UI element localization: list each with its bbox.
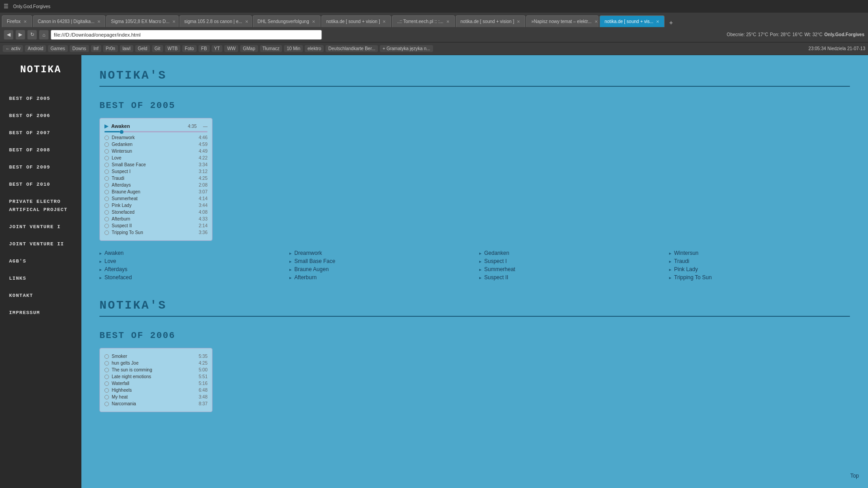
col-awaken[interactable]: Awaken xyxy=(99,250,280,256)
col-love[interactable]: Love xyxy=(99,258,280,264)
track-item-myheat[interactable]: My heat 3:48 xyxy=(104,394,208,400)
sidebar-item-kontakt[interactable]: Kontakt xyxy=(0,286,81,303)
tab-dhl[interactable]: DHL Sendungsverfolgung✕ xyxy=(253,15,321,27)
bookmark-foto[interactable]: Foto xyxy=(182,45,197,52)
tab-sigma2[interactable]: sigma 105 2.8 os canon | e...✕ xyxy=(179,15,252,27)
bookmark-fb[interactable]: FB xyxy=(198,45,210,52)
col-brauneaugen[interactable]: Braune Augen xyxy=(289,266,470,272)
player-time: 4:35 xyxy=(188,124,197,129)
bookmark-games[interactable]: Games xyxy=(48,45,68,52)
bookmark-git[interactable]: Git xyxy=(152,45,163,52)
tab-firefox[interactable]: Firefox✕ xyxy=(2,15,32,27)
tab-notika2[interactable]: notika.de [ sound + vision ]✕ xyxy=(456,15,526,27)
col-trippingtosun[interactable]: Tripping To Sun xyxy=(669,274,850,281)
col-dreamwork[interactable]: Dreamwork xyxy=(289,250,470,256)
col-gedanken[interactable]: Gedanken xyxy=(479,250,660,256)
track-item-trippingtosun[interactable]: Tripping To Sun 3:36 xyxy=(104,229,208,236)
sidebar-item-peap[interactable]: Private Electro Artifical Project xyxy=(0,192,81,217)
bookmark-gramatyka[interactable]: + Gramatyka języka n... xyxy=(380,45,433,52)
tab-canon[interactable]: Canon in 64283 | Digitalka...✕ xyxy=(33,15,105,27)
sidebar-item-links[interactable]: Links xyxy=(0,269,81,286)
tab-torrent[interactable]: ..:: Torrent.eech.pl :: :...✕ xyxy=(392,15,454,27)
bookmark-deutschlandkarte[interactable]: Deutschlandkarte Ber... xyxy=(326,45,378,52)
bookmark-android[interactable]: Android xyxy=(25,45,46,52)
track-item-latenight[interactable]: Late night emotions 5:51 xyxy=(104,373,208,380)
bookmark-yt[interactable]: YT xyxy=(212,45,223,52)
address-bar[interactable] xyxy=(51,30,322,40)
sidebar-item-agbs[interactable]: AGB's xyxy=(0,252,81,269)
play-icon[interactable]: ▶ xyxy=(104,123,108,129)
sidebar-item-jv2[interactable]: Joint Venture II xyxy=(0,235,81,252)
col-afterburn[interactable]: Afterburn xyxy=(289,274,470,281)
browser-titlebar: ☰ Only.God.Forgives xyxy=(0,0,868,13)
track-item-afterdays[interactable]: Afterdays 2:08 xyxy=(104,182,208,188)
bookmark-downs[interactable]: Downs xyxy=(70,45,89,52)
col-pinklady[interactable]: Pink Lady xyxy=(669,266,850,272)
tab-notika1[interactable]: notika.de [ sound + vision ]✕ xyxy=(321,15,392,27)
track-item-pinklady[interactable]: Pink Lady 3:44 xyxy=(104,202,208,209)
track-item-waterfall[interactable]: Waterfall 5:16 xyxy=(104,380,208,387)
track-item-highheels[interactable]: Highheels 6:48 xyxy=(104,387,208,394)
track-item-suspect2[interactable]: Suspect II 2:14 xyxy=(104,222,208,229)
col-traudi[interactable]: Traudi xyxy=(669,258,850,264)
sidebar-item-best2005[interactable]: Best of 2005 xyxy=(0,89,81,106)
track-item-smoker[interactable]: Smoker 5:35 xyxy=(104,353,208,360)
bookmark-geld[interactable]: Geld xyxy=(135,45,150,52)
bookmark-gmap[interactable]: GMap xyxy=(240,45,258,52)
refresh-button[interactable]: ↻ xyxy=(27,30,37,40)
torrent-label: Only.God.Forgives xyxy=(824,32,864,37)
track-item-afterburn[interactable]: Afterburn 4:33 xyxy=(104,216,208,222)
track-circle-afterdays xyxy=(104,183,109,188)
tab-napisz[interactable]: »Napisz nowy temat – elektr...✕ xyxy=(526,15,599,27)
track-item-suspect1[interactable]: Suspect I 3:12 xyxy=(104,168,208,175)
title-divider-main xyxy=(99,86,850,87)
bookmark-pr0n[interactable]: Pr0n xyxy=(103,45,118,52)
track-item-traudi[interactable]: Traudi 4:25 xyxy=(104,175,208,182)
tab-notika-active[interactable]: notika.de [ sound + vis...✕ xyxy=(599,15,665,27)
track-item-narcomania[interactable]: Narcomania 8:37 xyxy=(104,400,208,407)
col-wintersun[interactable]: Wintersun xyxy=(669,250,850,256)
bookmark-elektro[interactable]: elektro xyxy=(305,45,324,52)
bookmark-lawl[interactable]: lawI xyxy=(120,45,133,52)
bookmark-inf[interactable]: Inf xyxy=(91,45,101,52)
sidebar-item-best2010[interactable]: Best of 2010 xyxy=(0,175,81,192)
tab-sigma1[interactable]: Sigma 105/2,8 EX Macro D...✕ xyxy=(106,15,179,27)
track-item-hungelts[interactable]: hun gelts Joe 4:25 xyxy=(104,360,208,366)
bookmark-wtb[interactable]: WTB xyxy=(165,45,180,52)
top-link[interactable]: Top xyxy=(850,473,859,479)
browser-menu[interactable]: ☰ xyxy=(4,3,9,9)
player-progress-bar[interactable] xyxy=(104,131,208,132)
col-smallbaseface[interactable]: Small Base Face xyxy=(289,258,470,264)
bookmark-10min[interactable]: 10 Min xyxy=(284,45,303,52)
bookmark-tlumacz[interactable]: Tłumacz xyxy=(260,45,283,52)
track-item-gedanken[interactable]: Gedanken 4:59 xyxy=(104,141,208,148)
sidebar-item-best2008[interactable]: Best of 2008 xyxy=(0,141,81,158)
bookmark-ww[interactable]: WW xyxy=(224,45,238,52)
track-item-suncomming[interactable]: The sun is comming 5:00 xyxy=(104,366,208,373)
col-suspect1[interactable]: Suspect I xyxy=(479,258,660,264)
track-item-wintersun[interactable]: Wintersun 4:49 xyxy=(104,148,208,155)
track-item-smallbaseface[interactable]: Small Base Face 3:34 xyxy=(104,161,208,168)
col-stonefaced[interactable]: Stonefaced xyxy=(99,274,280,281)
col-afterdays[interactable]: Afterdays xyxy=(99,266,280,272)
col-suspect2[interactable]: Suspect II xyxy=(479,274,660,281)
back-button[interactable]: ◀ xyxy=(4,30,14,40)
forward-button[interactable]: ▶ xyxy=(15,30,25,40)
new-tab-button[interactable]: + xyxy=(665,18,676,27)
col-summerheat[interactable]: Summerheat xyxy=(479,266,660,272)
page-wrapper: NOTIKA Best of 2005 Best of 2006 Best of… xyxy=(0,55,868,488)
sidebar-item-impressum[interactable]: Impressum xyxy=(0,303,81,320)
track-circle-brauneaugen xyxy=(104,190,109,194)
bookmark-activ[interactable]: ← activ xyxy=(3,45,23,52)
sidebar-item-best2007[interactable]: Best of 2007 xyxy=(0,123,81,141)
player-controls[interactable]: — xyxy=(203,124,208,129)
track-item-love[interactable]: Love 4:22 xyxy=(104,155,208,161)
sidebar-item-best2009[interactable]: Best of 2009 xyxy=(0,158,81,175)
home-button[interactable]: ⌂ xyxy=(39,30,49,40)
track-item-stonefaced[interactable]: Stonefaced 4:08 xyxy=(104,209,208,216)
sidebar-item-best2006[interactable]: Best of 2006 xyxy=(0,106,81,123)
sidebar-item-jv1[interactable]: Joint Venture I xyxy=(0,217,81,235)
track-item-dreamwork[interactable]: Dreamwork 4:46 xyxy=(104,134,208,141)
track-item-brauneaugen[interactable]: Braune Augen 3:07 xyxy=(104,188,208,195)
track-item-summerheat[interactable]: Summerheat 4:14 xyxy=(104,195,208,202)
